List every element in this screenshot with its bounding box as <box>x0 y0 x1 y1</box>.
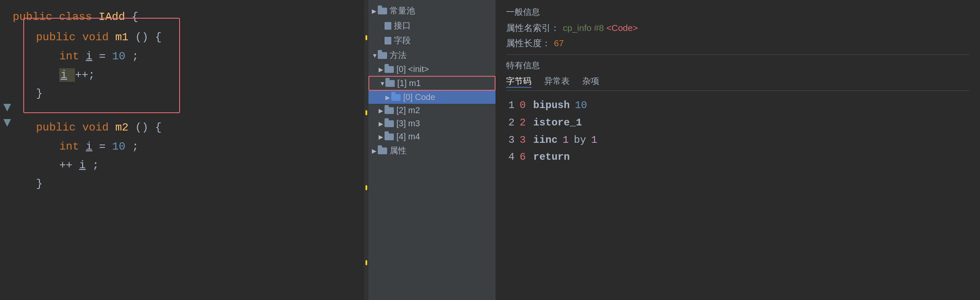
tree-label-method: 方法 <box>390 50 407 61</box>
tab-misc[interactable]: 杂项 <box>582 75 599 88</box>
file-icon-interface <box>385 22 391 30</box>
method2-block: public void m2 () { int i = 10 ; ++ i ; <box>13 119 360 192</box>
bc-offset-2: 2 <box>520 114 528 132</box>
bc-line-2: 2 <box>506 114 515 132</box>
tree-label-m1: [1] m1 <box>397 78 421 88</box>
tree-item-m3[interactable]: ▶ [3] m3 <box>368 117 496 130</box>
kw-class: class <box>59 11 92 23</box>
bookmark-m2 <box>3 104 11 111</box>
bc-row-2: 2 2 istore_1 <box>506 114 969 132</box>
tab-bytecode[interactable]: 字节码 <box>506 75 532 88</box>
bc-instr-bipush: bipush <box>533 97 570 114</box>
m2-kw-int: int <box>59 140 79 153</box>
tree-item-m2[interactable]: ▶ [2] m2 <box>368 104 496 117</box>
code-panel: public class IAdd { public void m1 () { … <box>0 0 364 300</box>
attr-name-label: 属性名索引： <box>506 22 559 34</box>
bc-arg-iinc-val: 1 <box>591 132 597 149</box>
attr-len-label: 属性长度： <box>506 37 551 49</box>
m2-line2: ++ i ; <box>59 157 360 174</box>
bc-arg-iinc-1: 1 <box>563 132 569 149</box>
expand-arrow-attr: ▶ <box>372 147 378 154</box>
class-decl-line: public class IAdd { <box>13 8 360 25</box>
tree-label-m4: [4] m4 <box>396 132 420 142</box>
m2-close: } <box>36 175 360 192</box>
m1-kw-int: int <box>59 50 79 63</box>
tree-item-init[interactable]: ▶ [0] <init> <box>368 63 496 76</box>
m2-var-i-2: i <box>79 159 86 172</box>
m1-var-i-highlight: i <box>59 68 75 82</box>
file-icon-field <box>385 37 391 44</box>
m1-line1: int i = 10 ; <box>59 48 360 65</box>
folder-icon-m1 <box>385 80 395 87</box>
bc-arg-10: 10 <box>575 97 587 114</box>
tree-item-interface[interactable]: ▶ 接口 <box>368 18 496 33</box>
tree-label-interface: 接口 <box>394 20 411 31</box>
info-panel: 一般信息 属性名索引： cp_info #8 <Code> 属性长度： 67 特… <box>496 0 980 300</box>
attr-name-row: 属性名索引： cp_info #8 <Code> <box>506 22 969 34</box>
m1-var-i: i <box>86 50 92 63</box>
m1-kw-public: public <box>36 31 76 44</box>
tree-label-init: [0] <init> <box>396 64 429 74</box>
tree-panel: ▶ 常量池 ▶ 接口 ▶ 字段 ▼ 方法 ▶ [0] <init> ▼ [1] … <box>368 0 496 300</box>
folder-icon-init <box>385 66 394 73</box>
folder-icon-attr <box>378 147 387 154</box>
divider-mark-2 <box>365 110 367 115</box>
attr-name-suffix: <Code> <box>606 23 638 33</box>
folder-icon-m3 <box>385 120 394 127</box>
tree-label-field: 字段 <box>394 35 411 46</box>
bc-offset-0: 0 <box>520 97 528 114</box>
bc-instr-iinc: iinc <box>533 132 558 149</box>
expand-arrow-m4: ▶ <box>379 133 385 140</box>
tree-item-m4[interactable]: ▶ [4] m4 <box>368 130 496 143</box>
bc-offset-3: 3 <box>520 132 528 149</box>
middle-divider <box>364 0 368 300</box>
expand-arrow-m3: ▶ <box>379 120 385 127</box>
m2-kw-void: void <box>82 121 108 134</box>
general-info-title: 一般信息 <box>506 6 969 18</box>
code-content: public class IAdd { public void m1 () { … <box>13 8 360 193</box>
tree-item-code[interactable]: ▶ [0] Code <box>368 91 496 104</box>
m1-name: m1 <box>115 31 128 44</box>
m1-close: } <box>36 85 360 102</box>
bc-line-3: 3 <box>506 132 515 149</box>
folder-icon-method <box>378 52 387 59</box>
tree-item-constants[interactable]: ▶ 常量池 <box>368 3 496 18</box>
bc-row-1: 1 0 bipush 10 <box>506 97 969 114</box>
folder-icon-m4 <box>385 133 394 140</box>
tree-item-attr[interactable]: ▶ 属性 <box>368 143 496 158</box>
folder-icon-constants <box>378 8 387 14</box>
divider-mark-1 <box>365 35 367 40</box>
expand-arrow-method: ▼ <box>372 52 378 59</box>
bc-arg-iinc-by: by <box>574 132 586 149</box>
expand-arrow-constants: ▶ <box>372 8 378 14</box>
bytecode-table: 1 0 bipush 10 2 2 istore_1 3 3 iinc 1 by… <box>506 97 969 166</box>
bc-line-1: 1 <box>506 97 515 114</box>
m2-val-10: 10 <box>112 140 125 153</box>
divider-mark-3 <box>365 185 367 190</box>
method1-block: public void m1 () { int i = 10 ; i <box>13 29 360 102</box>
kw-public: public <box>13 11 53 23</box>
tree-label-m3: [3] m3 <box>396 119 420 128</box>
m2-var-i: i <box>86 140 92 153</box>
m1-val-10: 10 <box>112 50 125 63</box>
m1-kw-void: void <box>82 31 108 44</box>
tree-item-method[interactable]: ▼ 方法 <box>368 48 496 63</box>
divider-line <box>506 54 969 55</box>
bc-offset-6: 6 <box>520 149 528 166</box>
expand-arrow-code: ▶ <box>385 94 391 101</box>
bookmark-m2-icon <box>3 119 11 127</box>
m2-kw-public: public <box>36 121 76 134</box>
tree-item-field[interactable]: ▶ 字段 <box>368 33 496 48</box>
tree-item-m1[interactable]: ▼ [1] m1 <box>368 76 496 91</box>
m1-line2: i ++; <box>59 67 360 83</box>
tab-exception-table[interactable]: 异常表 <box>544 75 570 88</box>
class-name: IAdd <box>99 11 125 23</box>
special-info-title: 特有信息 <box>506 60 969 71</box>
tree-label-constants: 常量池 <box>390 5 415 17</box>
attr-len-value: 67 <box>554 38 564 48</box>
tree-label-code: [0] Code <box>403 92 435 102</box>
bc-instr-istore1: istore_1 <box>533 114 582 132</box>
attr-len-row: 属性长度： 67 <box>506 37 969 49</box>
method1-sig-line: public void m1 () { <box>36 29 360 46</box>
expand-arrow-m2: ▶ <box>379 107 385 114</box>
